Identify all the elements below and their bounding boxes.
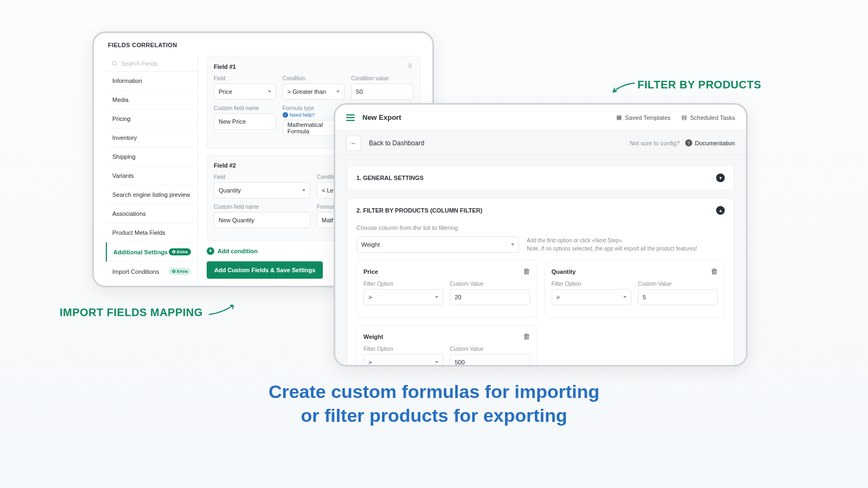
- chevron-up-icon[interactable]: ▴: [716, 206, 725, 215]
- delete-icon[interactable]: 🗑: [711, 267, 718, 275]
- scheduled-tasks-link[interactable]: ▤Scheduled Tasks: [681, 114, 735, 121]
- chevron-down-icon: ▾: [716, 174, 725, 182]
- drag-handle-icon[interactable]: ⠿: [408, 63, 413, 70]
- field-1-condition-select[interactable]: > Greater than: [283, 84, 345, 100]
- hero-text: Create custom formulas for importing or …: [0, 380, 868, 427]
- column-select[interactable]: Weight: [356, 236, 519, 253]
- sidebar-item-shipping[interactable]: Shipping: [106, 147, 197, 166]
- field-1-heading: Field #1: [214, 63, 236, 70]
- new-export-title: New Export: [362, 113, 401, 121]
- svg-point-0: [112, 61, 116, 65]
- custom-value-input[interactable]: 20: [450, 289, 529, 305]
- filter-by-products-section: 2. FILTER BY PRODUCTS (COLUMN FILTER)▴ C…: [347, 198, 734, 365]
- svg-line-1: [116, 65, 117, 66]
- help-icon: ?: [685, 139, 692, 146]
- import-fields-mapping-callout: IMPORT FIELDS MAPPING: [60, 306, 203, 319]
- custom-value-input[interactable]: 500: [450, 354, 529, 365]
- badge: ✿ Extra: [169, 248, 191, 255]
- arrow-icon: [206, 301, 239, 317]
- filter-option-select[interactable]: >: [363, 289, 443, 305]
- sidebar-item-inventory[interactable]: Inventory: [106, 129, 197, 147]
- field-2-custom-name-input[interactable]: New Quantity: [214, 212, 310, 228]
- sidebar-item-information[interactable]: Information: [106, 72, 197, 91]
- sidebar-item-import-conditions[interactable]: Import Conditions✿ Extra: [106, 262, 197, 281]
- filter-card-quantity: Quantity🗑 Filter Option> Custom Value5: [545, 260, 725, 318]
- search-fields-input[interactable]: Search Fields: [106, 56, 197, 72]
- save-settings-button[interactable]: Add Custom Fields & Save Settings: [207, 261, 323, 279]
- badge: ✿ Extra: [169, 268, 191, 275]
- filter-note: Add the first option or click «Next Step…: [527, 236, 725, 253]
- filter-by-products-callout: FILTER BY PRODUCTS: [637, 79, 761, 91]
- sidebar-item-product-meta-fields[interactable]: Product Meta Fields: [106, 223, 197, 242]
- sidebar-item-associations[interactable]: Associations: [106, 204, 197, 223]
- back-to-dashboard-label[interactable]: Back to Dashboard: [369, 139, 424, 147]
- fields-sidebar: Search Fields InformationMediaPricingInv…: [106, 56, 198, 287]
- sidebar-item-icecat[interactable]: Icecat✦ New: [106, 281, 197, 287]
- delete-icon[interactable]: 🗑: [523, 267, 530, 275]
- filter-option-select[interactable]: >: [363, 354, 443, 365]
- new-export-window: New Export ▦Saved Templates ▤Scheduled T…: [334, 103, 748, 367]
- field-1-field-select[interactable]: Price: [214, 84, 276, 100]
- sidebar-item-media[interactable]: Media: [106, 91, 197, 110]
- field-2-field-select[interactable]: Quantity: [214, 182, 310, 198]
- arrow-icon: [610, 80, 637, 97]
- need-help-link[interactable]: iNeed help?: [283, 112, 315, 118]
- sidebar-item-variants[interactable]: Variants: [106, 166, 197, 185]
- menu-icon[interactable]: [346, 114, 355, 121]
- info-icon: i: [283, 112, 288, 118]
- template-icon: ▦: [616, 114, 622, 121]
- export-topbar: New Export ▦Saved Templates ▤Scheduled T…: [335, 105, 746, 131]
- documentation-link[interactable]: ?Documentation: [685, 139, 735, 146]
- plus-icon: +: [207, 247, 214, 255]
- fields-correlation-title: FIELDS CORRELATION: [108, 42, 420, 48]
- filter-card-price: Price🗑 Filter Option> Custom Value20: [356, 260, 537, 318]
- field-1-condition-value-input[interactable]: 50: [351, 84, 413, 100]
- search-icon: [111, 60, 118, 67]
- filter-card-weight: Weight🗑 Filter Option> Custom Value500: [356, 325, 537, 365]
- sidebar-item-pricing[interactable]: Pricing: [106, 110, 197, 129]
- back-button[interactable]: ←: [346, 136, 361, 151]
- not-sure-label: Not sure to config?: [630, 140, 680, 146]
- delete-icon[interactable]: 🗑: [523, 332, 530, 341]
- calendar-icon: ▤: [681, 114, 687, 121]
- export-subbar: ← Back to Dashboard Not sure to config? …: [335, 131, 746, 156]
- saved-templates-link[interactable]: ▦Saved Templates: [616, 114, 671, 121]
- field-2-heading: Field #2: [214, 162, 236, 169]
- sidebar-item-additional-settings[interactable]: Additional Settings✿ Extra: [106, 242, 197, 262]
- custom-value-input[interactable]: 5: [638, 289, 718, 305]
- filter-option-select[interactable]: >: [552, 289, 631, 305]
- general-settings-section[interactable]: 1. GENERAL SETTINGS▾: [347, 165, 734, 190]
- field-1-custom-name-input[interactable]: New Price: [214, 113, 276, 130]
- choose-column-label: Choose column from the list to filtering: [356, 224, 725, 231]
- sidebar-item-search-engine-listing-preview[interactable]: Search engine listing preview: [106, 185, 197, 204]
